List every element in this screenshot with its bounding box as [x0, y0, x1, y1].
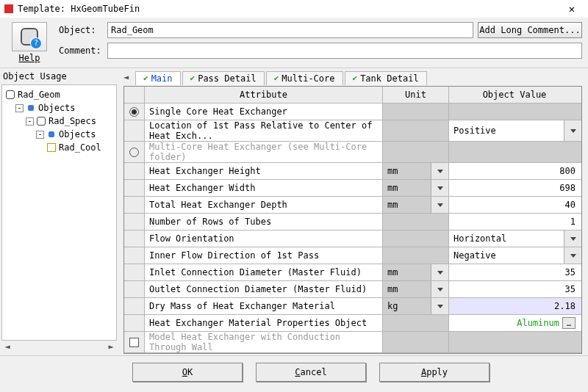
tree-expander-icon[interactable]: - — [36, 131, 44, 139]
tab-multi-core[interactable]: ✔Multi-Core — [266, 71, 343, 85]
tree-header: Object Usage — [0, 70, 118, 84]
row-radio[interactable] — [124, 142, 145, 162]
help-icon — [21, 28, 38, 46]
row-checkbox[interactable] — [124, 332, 145, 352]
chevron-down-icon[interactable] — [431, 180, 448, 196]
unit-cell — [383, 247, 449, 264]
collapse-tree-button[interactable]: ◄ — [123, 72, 134, 84]
unit-cell — [383, 142, 449, 162]
chevron-down-icon[interactable] — [431, 281, 448, 297]
tree-scrollbar[interactable]: ◄ ► — [0, 341, 118, 354]
value-select[interactable]: Horizontal — [449, 231, 581, 247]
attribute-label: Single Core Heat Exchanger — [145, 104, 383, 120]
chevron-down-icon[interactable] — [431, 163, 448, 179]
unit-select[interactable]: kg — [383, 298, 449, 314]
tab-tank-detail[interactable]: ✔Tank Detail — [345, 71, 427, 85]
row-gutter — [124, 281, 145, 297]
app-icon — [4, 4, 13, 13]
unit-select[interactable]: mm — [383, 281, 449, 297]
unit-cell — [383, 214, 449, 230]
grid-row: Single Core Heat Exchanger — [124, 104, 581, 120]
scroll-right-icon[interactable]: ► — [105, 341, 117, 353]
main-area: Object Usage Rad_Geom-Objects-Rad_Specs-… — [0, 70, 588, 354]
tree-item[interactable]: -Rad_Specs — [2, 115, 116, 128]
tab-main[interactable]: ✔Main — [135, 71, 181, 85]
grid-row: Number of Rows of Tubes1 — [124, 214, 581, 231]
object-label: Object: — [59, 25, 103, 35]
grid-row: Heat Exchanger Heightmm800 — [124, 163, 581, 180]
value-cell[interactable]: 40 — [449, 197, 581, 213]
chevron-down-icon[interactable] — [431, 264, 448, 280]
value-cell[interactable]: 2.18 — [449, 298, 581, 314]
chevron-down-icon[interactable] — [431, 298, 448, 314]
attribute-label: Dry Mass of Heat Exchanger Material — [145, 298, 383, 314]
row-gutter — [124, 298, 145, 314]
tree-item[interactable]: -Objects — [2, 101, 116, 115]
radio-icon[interactable] — [129, 107, 139, 117]
unit-select[interactable]: mm — [383, 163, 449, 179]
tree-item-label: Objects — [38, 103, 76, 113]
value-select[interactable]: Negative — [449, 247, 581, 264]
row-radio[interactable] — [124, 104, 145, 120]
grid-header-row: AttributeUnitObject Value — [124, 87, 581, 104]
row-gutter — [124, 264, 145, 280]
apply-button[interactable]: Apply — [379, 363, 490, 382]
unit-select[interactable]: mm — [383, 197, 449, 213]
value-text: Horizontal — [449, 231, 564, 247]
row-gutter — [124, 180, 145, 196]
tab-label: Multi-Core — [282, 73, 334, 84]
value-cell[interactable]: 698 — [449, 180, 581, 196]
tree-pane: Object Usage Rad_Geom-Objects-Rad_Specs-… — [0, 70, 118, 354]
attribute-label: Number of Rows of Tubes — [145, 214, 383, 230]
value-select[interactable]: Positive — [449, 120, 581, 141]
chevron-down-icon[interactable] — [564, 120, 581, 141]
attribute-label: Flow Orientation — [145, 231, 383, 247]
tree-expander-icon[interactable]: - — [26, 117, 34, 126]
title-bar: Template: HxGeomTubeFin ✕ — [0, 0, 588, 18]
object-usage-tree[interactable]: Rad_Geom-Objects-Rad_Specs-ObjectsRad_Co… — [1, 84, 117, 341]
add-long-comment-button[interactable]: Add Long Comment... — [478, 22, 582, 38]
attribute-label: Heat Exchanger Height — [145, 163, 383, 179]
value-ref-cell[interactable]: Aluminum… — [449, 315, 581, 331]
help-block: Help — [6, 21, 53, 66]
grid-row: Inlet Connection Diameter (Master Fluid)… — [124, 264, 581, 281]
radio-icon[interactable] — [129, 148, 139, 157]
attribute-grid: AttributeUnitObject ValueSingle Core Hea… — [123, 86, 582, 354]
tab-pass-detail[interactable]: ✔Pass Detail — [182, 71, 265, 85]
unit-select[interactable]: mm — [383, 180, 449, 196]
close-button[interactable]: ✕ — [556, 0, 588, 18]
tree-item[interactable]: Rad_Cool — [2, 141, 116, 154]
chevron-down-icon[interactable] — [564, 231, 581, 247]
grid-row: Multi-Core Heat Exchanger (see Multi-Cor… — [124, 142, 581, 163]
dot-icon — [26, 103, 36, 113]
ellipsis-button[interactable]: … — [562, 317, 576, 329]
cancel-button[interactable]: Cancel — [256, 363, 366, 382]
ok-button[interactable]: OK — [132, 363, 243, 382]
tree-item[interactable]: -Objects — [2, 128, 116, 141]
grid-row: Total Heat Exchanger Depthmm40 — [124, 197, 581, 214]
tree-item-label: Rad_Cool — [59, 142, 101, 153]
value-cell[interactable]: 35 — [449, 281, 581, 297]
value-cell[interactable]: 800 — [449, 163, 581, 179]
comment-input[interactable] — [107, 43, 582, 59]
object-name-input[interactable] — [107, 22, 473, 38]
unit-value: kg — [383, 298, 431, 314]
row-gutter — [124, 163, 145, 179]
unit-select[interactable]: mm — [383, 264, 449, 280]
tree-expander-icon[interactable]: - — [15, 104, 24, 112]
attribute-label: Total Heat Exchanger Depth — [145, 197, 383, 213]
value-cell[interactable]: 35 — [449, 264, 581, 280]
value-cell[interactable]: 1 — [449, 214, 581, 230]
col-header-val: Object Value — [449, 87, 581, 103]
help-button[interactable] — [12, 22, 47, 51]
tree-item-label: Objects — [59, 129, 96, 139]
scroll-left-icon[interactable]: ◄ — [1, 341, 13, 353]
unit-cell — [383, 231, 449, 247]
check-icon: ✔ — [190, 73, 196, 83]
tree-item[interactable]: Rad_Geom — [2, 88, 116, 101]
chevron-down-icon[interactable] — [564, 247, 581, 264]
chevron-down-icon[interactable] — [431, 197, 448, 213]
checkbox-icon[interactable] — [129, 338, 139, 347]
tab-label: Tank Detail — [360, 73, 418, 84]
button-bar: OK Cancel Apply — [0, 357, 588, 387]
